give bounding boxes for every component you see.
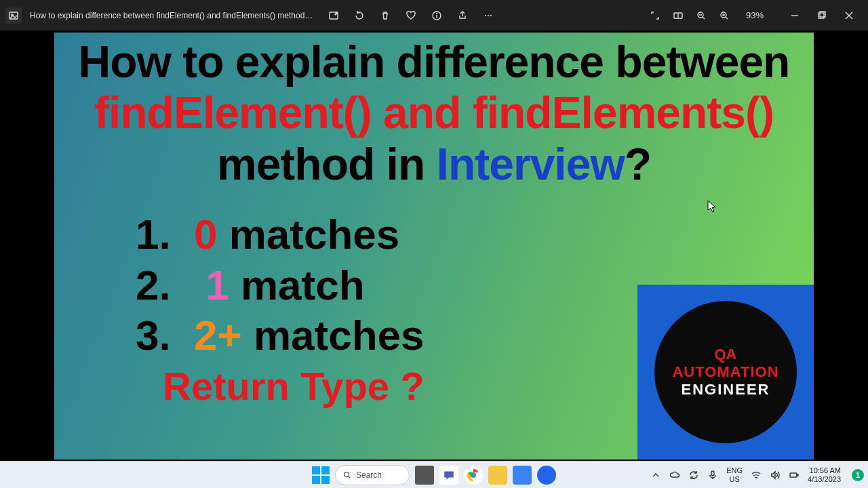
svg-point-8 bbox=[490, 15, 492, 16]
svg-rect-19 bbox=[818, 13, 824, 18]
list-rest: match bbox=[229, 262, 365, 308]
list-number: 1. bbox=[136, 209, 176, 260]
svg-point-6 bbox=[485, 15, 486, 16]
chat-icon[interactable] bbox=[439, 466, 458, 485]
close-button[interactable] bbox=[835, 6, 863, 25]
clock-time: 10:56 AM bbox=[808, 466, 841, 474]
search-placeholder: Search bbox=[356, 470, 382, 480]
heading-part3a: method in bbox=[217, 139, 437, 189]
taskview-icon[interactable] bbox=[415, 466, 434, 485]
zoom-app-icon[interactable] bbox=[537, 466, 556, 485]
maximize-icon bbox=[816, 10, 827, 21]
search-icon bbox=[342, 470, 352, 480]
taskbar-search[interactable]: Search bbox=[335, 465, 410, 485]
list-number: 3. bbox=[136, 310, 176, 361]
clock[interactable]: 10:56 AM 4/13/2023 bbox=[808, 466, 841, 483]
svg-rect-20 bbox=[820, 12, 825, 17]
heading-line1: How to explain difference between bbox=[54, 37, 814, 88]
favorite-icon[interactable] bbox=[406, 10, 416, 21]
minimize-icon bbox=[789, 10, 800, 21]
more-icon[interactable] bbox=[483, 10, 494, 21]
heading-part3b: Interview bbox=[437, 139, 625, 189]
svg-line-15 bbox=[726, 17, 728, 19]
clock-date: 4/13/2023 bbox=[808, 475, 841, 483]
mic-icon[interactable] bbox=[707, 470, 718, 481]
lang-line2: US bbox=[726, 475, 743, 483]
image-icon bbox=[8, 10, 19, 21]
notification-badge[interactable]: 1 bbox=[852, 469, 864, 481]
slide-heading: How to explain difference between findEl… bbox=[54, 33, 814, 191]
heading-part3c: ? bbox=[625, 139, 651, 189]
titlebar-center-tools bbox=[328, 10, 494, 21]
badge-circle: QA AUTOMATION ENGINEER bbox=[654, 301, 797, 443]
taskbar-center: Search bbox=[312, 465, 556, 485]
volume-icon[interactable] bbox=[770, 470, 781, 481]
photos-app-icon[interactable] bbox=[513, 466, 532, 485]
svg-line-12 bbox=[703, 17, 705, 19]
svg-rect-27 bbox=[711, 471, 714, 476]
onedrive-icon[interactable] bbox=[669, 470, 680, 481]
list-text: 2+ matches bbox=[194, 310, 425, 361]
share-icon[interactable] bbox=[457, 10, 468, 21]
svg-point-5 bbox=[437, 13, 437, 14]
taskbar: Search ENG US 10:56 AM 4/13/2023 1 bbox=[0, 461, 868, 488]
system-tray: ENG US 10:56 AM 4/13/2023 1 bbox=[650, 466, 868, 483]
wifi-icon[interactable] bbox=[751, 470, 762, 481]
rotate-icon[interactable] bbox=[354, 10, 365, 21]
list-rest: matches bbox=[242, 312, 425, 359]
close-icon bbox=[844, 10, 854, 21]
file-explorer-icon[interactable] bbox=[488, 466, 507, 485]
badge-line1: QA bbox=[715, 346, 737, 363]
lang-line1: ENG bbox=[726, 466, 743, 474]
zoom-out-icon[interactable] bbox=[696, 10, 707, 21]
sync-icon[interactable] bbox=[688, 470, 699, 481]
window-title: How to explain difference between findEl… bbox=[30, 11, 315, 20]
minimize-button[interactable] bbox=[781, 6, 808, 25]
list-rest: matches bbox=[217, 211, 399, 258]
window-controls bbox=[781, 6, 863, 25]
badge-line3: ENGINEER bbox=[682, 381, 770, 399]
chevron-up-icon[interactable] bbox=[650, 470, 661, 481]
list-text: 1 match bbox=[194, 260, 365, 310]
list-number: 2. bbox=[136, 260, 176, 310]
svg-line-24 bbox=[349, 476, 351, 478]
heading-line3: method in Interview? bbox=[54, 139, 814, 190]
app-icon bbox=[5, 7, 22, 24]
svg-rect-29 bbox=[790, 473, 797, 477]
svg-point-7 bbox=[488, 15, 489, 16]
image-viewport[interactable]: How to explain difference between findEl… bbox=[0, 30, 868, 461]
slide-content: How to explain difference between findEl… bbox=[54, 33, 814, 460]
edit-icon[interactable] bbox=[328, 10, 339, 21]
chrome-icon[interactable] bbox=[464, 466, 483, 485]
titlebar-right-tools: 93% bbox=[650, 10, 768, 21]
list-accent: 0 bbox=[194, 211, 217, 258]
filmstrip-icon[interactable] bbox=[673, 10, 684, 21]
list-accent: 2+ bbox=[194, 312, 242, 359]
list-text: 0 matches bbox=[194, 209, 399, 260]
zoom-percentage: 93% bbox=[746, 10, 764, 20]
language-indicator[interactable]: ENG US bbox=[726, 466, 743, 483]
fullscreen-icon[interactable] bbox=[650, 10, 660, 21]
info-icon[interactable] bbox=[431, 10, 442, 21]
badge-line2: AUTOMATION bbox=[672, 363, 778, 381]
svg-rect-30 bbox=[797, 474, 798, 476]
zoom-in-icon[interactable] bbox=[719, 10, 730, 21]
delete-icon[interactable] bbox=[380, 10, 391, 21]
photos-titlebar: How to explain difference between findEl… bbox=[0, 0, 868, 30]
list-accent: 1 bbox=[205, 262, 229, 308]
heading-line2: findElement() and findElements() bbox=[54, 87, 814, 139]
maximize-button[interactable] bbox=[808, 6, 835, 25]
list-item: 1. 0 matches bbox=[136, 209, 814, 260]
battery-icon[interactable] bbox=[789, 470, 800, 481]
badge-box: QA AUTOMATION ENGINEER bbox=[637, 285, 814, 460]
start-button[interactable] bbox=[312, 466, 330, 484]
svg-point-23 bbox=[344, 472, 349, 476]
